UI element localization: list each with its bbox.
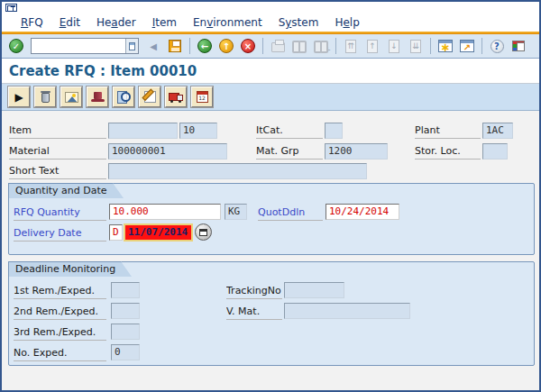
help-icon: ? xyxy=(491,40,504,53)
menu-edit[interactable]: Edit xyxy=(51,15,88,30)
first-reminder-field[interactable] xyxy=(111,282,140,298)
toolbar-separator xyxy=(430,38,431,54)
truck-wheels xyxy=(170,100,173,103)
vendor-material-field[interactable] xyxy=(284,303,410,319)
delivery-schedule-button[interactable]: 12 xyxy=(191,87,213,107)
delete-item-button[interactable] xyxy=(34,87,56,107)
plant-field[interactable]: 1AC xyxy=(482,123,513,139)
menu-label-segment: tem xyxy=(155,16,177,29)
menu-label-segment: a xyxy=(111,16,117,29)
help-button[interactable]: ? xyxy=(487,36,507,56)
item-label: Item xyxy=(9,123,106,139)
short-text-field[interactable] xyxy=(108,163,367,179)
short-text-label: Short Text xyxy=(9,164,106,179)
star-glyph: ∗ xyxy=(439,42,452,52)
second-reminder-field[interactable] xyxy=(111,303,140,319)
page-title: Create RFQ : Item 00010 xyxy=(9,63,197,79)
new-session-button[interactable]: ∗ xyxy=(436,36,455,56)
number-expediters-field[interactable]: 0 xyxy=(111,344,140,360)
command-input[interactable] xyxy=(32,40,125,52)
enter-button[interactable]: ✓ xyxy=(6,36,26,56)
menu-label-segment: lp xyxy=(350,16,360,29)
header-details-button[interactable] xyxy=(87,87,108,107)
quotation-deadline-field[interactable]: 10/24/2014 xyxy=(326,204,399,220)
item-number-field[interactable]: 10 xyxy=(179,123,217,139)
next-page-button-disabled: ↓ xyxy=(384,36,404,56)
itcat-label: ItCat. xyxy=(256,123,323,139)
menu-label-segment: der xyxy=(118,16,136,29)
collapse-triangle-icon: ◀ xyxy=(150,41,157,51)
item-overview-button[interactable] xyxy=(60,87,82,107)
back-button[interactable]: ← xyxy=(195,36,215,56)
third-reminder-label: 3rd Rem./Exped. xyxy=(14,325,106,341)
next-item-icon: ▶ xyxy=(14,92,23,103)
matchcode-icon xyxy=(199,229,207,236)
truck-icon xyxy=(169,92,184,103)
cancel-button[interactable]: × xyxy=(238,36,258,56)
material-field[interactable]: 100000001 xyxy=(108,143,227,160)
first-reminder-label: 1st Rem./Exped. xyxy=(14,284,106,299)
next-item-button[interactable]: ▶ xyxy=(8,87,30,107)
window-system-strip xyxy=(2,2,539,14)
menu-label-segment: e xyxy=(343,16,349,29)
item-category-field[interactable] xyxy=(325,123,343,139)
previous-page-button-disabled: ↑ xyxy=(362,36,382,56)
menu-help[interactable]: Help xyxy=(326,15,367,30)
quantity-and-date-group-title: Quantity and Date xyxy=(8,183,114,198)
item-texts-button[interactable] xyxy=(139,87,160,107)
last-page-button-disabled: ⇊ xyxy=(406,36,426,56)
last-page-icon: ⇊ xyxy=(410,40,421,53)
material-group-label: Mat. Grp xyxy=(256,144,323,160)
menu-label-segment: ironment xyxy=(213,16,261,29)
application-toolbar: ▶ 12 xyxy=(2,84,539,111)
second-reminder-label: 2nd Rem./Exped. xyxy=(14,305,106,320)
rfq-number-field[interactable] xyxy=(108,123,178,139)
storage-location-label: Stor. Loc. xyxy=(415,144,481,160)
rfq-quantity-label: RFQ Quantity xyxy=(14,205,106,221)
save-button[interactable] xyxy=(165,36,185,56)
next-page-icon: ↓ xyxy=(389,40,399,53)
menu-label-segment: dit xyxy=(66,16,80,29)
exit-arrow-icon: ↑ xyxy=(219,39,234,53)
menu-environment[interactable]: Environment xyxy=(185,15,270,30)
trash-icon xyxy=(41,93,50,103)
storage-location-field[interactable] xyxy=(482,143,508,160)
menu-rfq[interactable]: RFQ xyxy=(13,15,51,30)
delivery-address-button[interactable] xyxy=(165,87,187,107)
plant-label: Plant xyxy=(415,123,481,139)
quantity-and-date-groupbox: Quantity and Date RFQ Quantity 10.000 KG… xyxy=(8,183,535,255)
command-history-dropdown[interactable] xyxy=(125,39,138,53)
cancel-x-icon: × xyxy=(241,39,255,53)
collapse-command-field-button[interactable]: ◀ xyxy=(143,36,163,56)
unit-field[interactable]: KG xyxy=(225,204,247,220)
printer-icon xyxy=(271,42,285,52)
third-reminder-field[interactable] xyxy=(111,324,140,340)
first-page-button-disabled: ⇈ xyxy=(341,36,361,56)
material-group-field[interactable]: 1200 xyxy=(325,143,388,160)
back-arrow-icon: ← xyxy=(197,39,212,53)
command-field[interactable] xyxy=(31,38,139,54)
find-next-button-disabled: + xyxy=(311,36,331,56)
menu-header[interactable]: Header xyxy=(88,15,144,30)
first-page-icon: ⇈ xyxy=(345,40,356,53)
new-session-icon: ∗ xyxy=(438,40,453,52)
toolbar-separator xyxy=(335,38,336,54)
system-menu-icon[interactable] xyxy=(5,4,17,12)
menu-item[interactable]: Item xyxy=(144,15,185,30)
customize-layout-button[interactable] xyxy=(509,36,528,56)
customize-layout-icon xyxy=(512,41,525,51)
menu-system[interactable]: System xyxy=(270,15,327,30)
calendar-number: 12 xyxy=(198,95,206,102)
create-shortcut-button[interactable]: ↗ xyxy=(457,36,477,56)
material-label: Material xyxy=(9,144,106,160)
date-category-field[interactable]: D xyxy=(109,224,123,241)
display-document-button[interactable] xyxy=(113,87,134,107)
calendar-icon: 12 xyxy=(197,91,208,103)
delivery-date-label: Delivery Date xyxy=(14,226,106,242)
tracking-number-field[interactable] xyxy=(284,282,344,298)
rfq-quantity-field[interactable]: 10.000 xyxy=(109,204,221,220)
delivery-date-field[interactable]: 11/07/2014 xyxy=(124,223,193,242)
date-picker-button[interactable] xyxy=(195,223,212,241)
deadline-monitoring-groupbox: Deadline Monitoring 1st Rem./Exped. Trac… xyxy=(8,261,535,366)
exit-button[interactable]: ↑ xyxy=(216,36,236,56)
